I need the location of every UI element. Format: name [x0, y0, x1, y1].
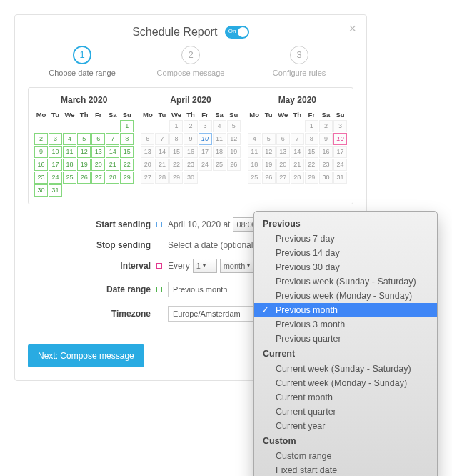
calendar-day[interactable]: 6 — [276, 133, 290, 145]
calendar-day[interactable]: 8 — [169, 133, 183, 145]
calendar-day[interactable]: 26 — [262, 172, 276, 184]
calendar-day[interactable]: 21 — [106, 159, 119, 171]
interval-value-select[interactable]: 1 — [193, 259, 217, 273]
calendar-day[interactable]: 12 — [227, 133, 241, 145]
calendar-day[interactable]: 28 — [106, 172, 119, 184]
calendar-day[interactable]: 22 — [305, 159, 318, 171]
calendar-day[interactable]: 5 — [262, 133, 276, 145]
calendar-day[interactable]: 23 — [319, 159, 333, 171]
calendar-day[interactable]: 2 — [184, 120, 197, 132]
dropdown-item[interactable]: Current month — [254, 390, 437, 395]
calendar-day[interactable]: 25 — [213, 159, 226, 171]
calendar-day[interactable]: 11 — [213, 133, 226, 145]
dropdown-item[interactable]: Previous week (Sunday - Saturday) — [254, 274, 437, 289]
calendar-day[interactable]: 2 — [319, 120, 333, 132]
calendar-day[interactable]: 13 — [91, 146, 105, 158]
calendar-day[interactable]: 7 — [291, 133, 304, 145]
dropdown-item[interactable]: Current week (Monday - Sunday) — [254, 376, 437, 390]
dropdown-item[interactable]: Previous 3 month — [254, 317, 437, 332]
calendar-day[interactable]: 8 — [120, 133, 134, 145]
calendar-day[interactable]: 21 — [155, 159, 169, 171]
calendar-day[interactable]: 17 — [333, 146, 347, 158]
calendar-day[interactable]: 28 — [291, 172, 304, 184]
calendar-day[interactable]: 20 — [91, 159, 105, 171]
calendar-day[interactable]: 23 — [34, 172, 48, 184]
calendar-day[interactable]: 6 — [141, 133, 154, 145]
calendar-day[interactable]: 12 — [77, 146, 91, 158]
calendar-day[interactable]: 9 — [34, 146, 48, 158]
calendar-day[interactable]: 8 — [305, 133, 318, 145]
calendar-day[interactable]: 29 — [305, 172, 318, 184]
calendar-day[interactable]: 11 — [63, 146, 76, 158]
dropdown-item[interactable]: Current week (Sunday - Saturday) — [254, 362, 437, 376]
calendar-day[interactable]: 29 — [169, 172, 183, 184]
calendar-day[interactable]: 3 — [199, 120, 212, 132]
calendar-day[interactable]: 2 — [34, 133, 48, 145]
calendar-day[interactable]: 9 — [184, 133, 197, 145]
calendar-day[interactable]: 4 — [63, 133, 76, 145]
calendar-day[interactable]: 6 — [91, 133, 105, 145]
calendar-day[interactable]: 27 — [276, 172, 290, 184]
calendar-day[interactable]: 13 — [276, 146, 290, 158]
calendar-day[interactable]: 3 — [333, 120, 347, 132]
calendar-day[interactable]: 3 — [49, 133, 62, 145]
calendar-day[interactable]: 22 — [120, 159, 134, 171]
calendar-day[interactable]: 9 — [319, 133, 333, 145]
calendar-day[interactable]: 20 — [141, 159, 154, 171]
stop-sending-placeholder[interactable]: Select a date (optional) — [168, 240, 256, 250]
next-compose-button[interactable]: Next: Compose message — [28, 344, 144, 367]
calendar-day[interactable]: 1 — [169, 120, 183, 132]
calendar-day[interactable]: 18 — [63, 159, 76, 171]
calendar-day[interactable]: 7 — [155, 133, 169, 145]
calendar-day[interactable]: 1 — [120, 120, 134, 132]
calendar-day[interactable]: 25 — [248, 172, 261, 184]
start-sending-date[interactable]: April 10, 2020 at — [168, 219, 230, 229]
calendar-day[interactable]: 30 — [34, 184, 48, 197]
calendar-day[interactable]: 16 — [319, 146, 333, 158]
step-1[interactable]: 1Choose date range — [28, 46, 136, 77]
calendar-day[interactable]: 30 — [184, 172, 197, 184]
calendar-day[interactable]: 23 — [184, 159, 197, 171]
calendar-day[interactable]: 1 — [305, 120, 318, 132]
calendar-day[interactable]: 16 — [184, 146, 197, 158]
calendar-day[interactable]: 31 — [49, 184, 62, 197]
calendar-day[interactable]: 24 — [199, 159, 212, 171]
calendar-day[interactable]: 5 — [77, 133, 91, 145]
calendar-day[interactable]: 30 — [319, 172, 333, 184]
calendar-day[interactable]: 18 — [213, 146, 226, 158]
close-icon[interactable]: × — [348, 22, 356, 35]
calendar-day[interactable]: 10 — [49, 146, 62, 158]
calendar-day[interactable]: 4 — [213, 120, 226, 132]
calendar-day[interactable]: 19 — [227, 146, 241, 158]
schedule-toggle[interactable]: On — [225, 26, 249, 39]
calendar-day[interactable]: 14 — [106, 146, 119, 158]
calendar-day[interactable]: 12 — [262, 146, 276, 158]
calendar-day[interactable]: 24 — [333, 159, 347, 171]
calendar-day[interactable]: 10 — [333, 133, 347, 145]
calendar-day[interactable]: 26 — [77, 172, 91, 184]
interval-unit-select[interactable]: month — [220, 259, 254, 273]
dropdown-item[interactable]: Previous 14 day — [254, 246, 437, 260]
calendar-day[interactable]: 19 — [77, 159, 91, 171]
calendar-day[interactable]: 15 — [305, 146, 318, 158]
calendar-day[interactable]: 4 — [248, 133, 261, 145]
calendar-day[interactable]: 27 — [91, 172, 105, 184]
dropdown-item[interactable]: Previous quarter — [254, 332, 437, 346]
calendar-day[interactable]: 26 — [227, 159, 241, 171]
calendar-day[interactable]: 19 — [262, 159, 276, 171]
dropdown-item[interactable]: Previous 30 day — [254, 260, 437, 274]
calendar-day[interactable]: 25 — [63, 172, 76, 184]
calendar-day[interactable]: 17 — [199, 146, 212, 158]
calendar-day[interactable]: 15 — [120, 146, 134, 158]
calendar-day[interactable]: 13 — [141, 146, 154, 158]
calendar-day[interactable]: 5 — [227, 120, 241, 132]
calendar-day[interactable]: 29 — [120, 172, 134, 184]
calendar-day[interactable]: 31 — [333, 172, 347, 184]
calendar-day[interactable]: 11 — [248, 146, 261, 158]
step-2[interactable]: 2Compose message — [136, 46, 245, 77]
calendar-day[interactable]: 15 — [169, 146, 183, 158]
calendar-day[interactable]: 22 — [169, 159, 183, 171]
calendar-day[interactable]: 27 — [141, 172, 154, 184]
calendar-day[interactable]: 14 — [155, 146, 169, 158]
calendar-day[interactable]: 28 — [155, 172, 169, 184]
